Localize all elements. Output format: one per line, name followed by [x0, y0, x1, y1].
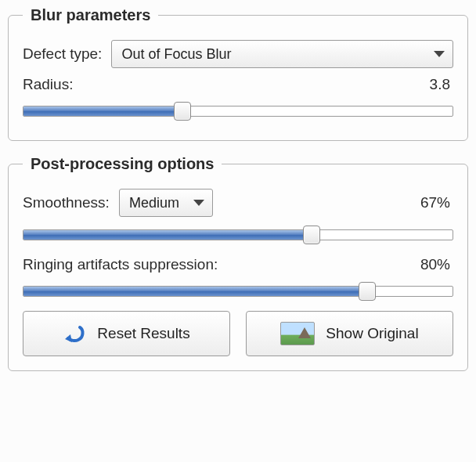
- chevron-down-icon: [193, 200, 204, 206]
- show-original-button[interactable]: Show Original: [246, 311, 453, 356]
- radius-label: Radius:: [23, 76, 73, 93]
- blur-parameters-group: Blur parameters Defect type: Out of Focu…: [8, 6, 468, 141]
- smoothness-percent: 67%: [420, 194, 453, 211]
- chevron-down-icon: [434, 51, 445, 57]
- ringing-percent: 80%: [420, 256, 453, 273]
- ringing-label: Ringing artifacts suppression:: [23, 256, 218, 273]
- smoothness-value: Medium: [129, 195, 179, 211]
- slider-thumb[interactable]: [174, 102, 191, 121]
- slider-thumb[interactable]: [359, 282, 376, 301]
- show-original-label: Show Original: [326, 325, 418, 342]
- defect-type-row: Defect type: Out of Focus Blur: [23, 40, 453, 68]
- undo-arrow-icon: [63, 323, 86, 344]
- post-processing-group: Post-processing options Smoothness: Medi…: [8, 155, 468, 371]
- reset-results-button[interactable]: Reset Results: [23, 311, 230, 356]
- smoothness-combo[interactable]: Medium: [119, 189, 213, 217]
- defect-type-value: Out of Focus Blur: [121, 46, 231, 63]
- slider-thumb[interactable]: [303, 226, 320, 244]
- defect-type-label: Defect type:: [23, 45, 102, 63]
- post-processing-legend: Post-processing options: [23, 155, 222, 173]
- radius-row: Radius: 3.8: [23, 76, 453, 93]
- smoothness-slider[interactable]: [23, 225, 453, 245]
- radius-slider[interactable]: [23, 101, 453, 121]
- smoothness-label: Smoothness:: [23, 194, 110, 211]
- ringing-row: Ringing artifacts suppression: 80%: [23, 256, 453, 273]
- defect-type-combo[interactable]: Out of Focus Blur: [111, 40, 453, 68]
- radius-value: 3.8: [430, 76, 453, 93]
- reset-results-label: Reset Results: [97, 325, 189, 342]
- image-thumbnail-icon: [280, 322, 315, 345]
- smoothness-row: Smoothness: Medium 67%: [23, 189, 453, 217]
- blur-parameters-legend: Blur parameters: [23, 6, 158, 24]
- ringing-slider[interactable]: [23, 281, 453, 301]
